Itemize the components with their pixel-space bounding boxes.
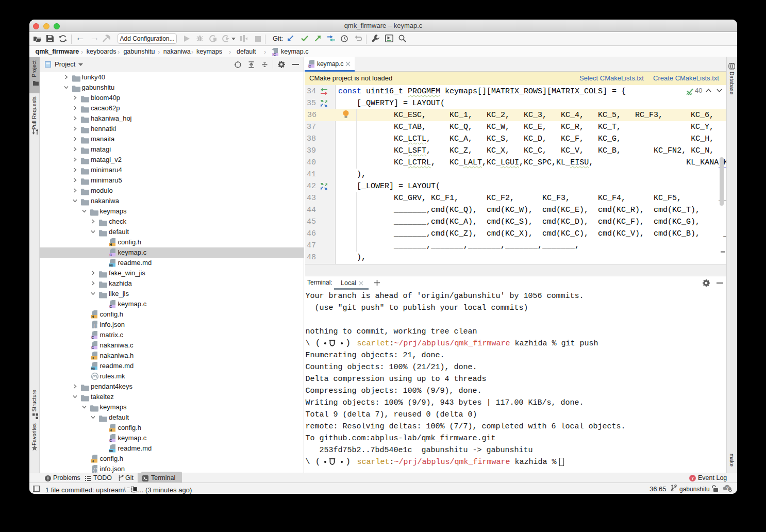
svg-text:?: ? <box>726 486 729 491</box>
svg-text:H: H <box>91 356 94 359</box>
svg-text:H: H <box>91 314 94 318</box>
svg-text:C: C <box>91 345 94 349</box>
svg-text:C: C <box>109 253 112 256</box>
svg-text:C: C <box>109 304 112 308</box>
svg-text:C: C <box>309 64 311 68</box>
svg-text:H: H <box>109 242 112 246</box>
svg-text:{}: {} <box>93 324 98 329</box>
svg-text:{}: {} <box>93 468 98 473</box>
svg-text:C: C <box>91 335 94 339</box>
svg-text:MD: MD <box>109 263 113 267</box>
svg-text:C: C <box>274 53 276 56</box>
svg-text:H: H <box>109 428 112 431</box>
svg-text:C: C <box>109 438 112 442</box>
svg-text:H: H <box>91 459 94 462</box>
svg-text:MD: MD <box>91 367 95 370</box>
svg-text:MD: MD <box>109 449 113 452</box>
svg-text:7: 7 <box>691 476 694 481</box>
